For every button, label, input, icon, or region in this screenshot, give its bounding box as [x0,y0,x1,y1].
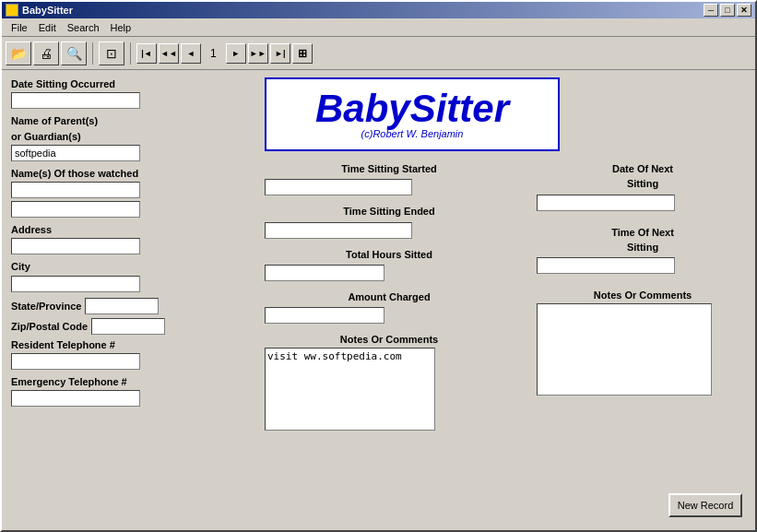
address-group: Address [11,223,255,254]
time-started-label: Time Sitting Started [265,162,514,175]
date-next-group: Date Of Next Sitting [537,162,749,211]
nav-prev-all-icon: ◄◄ [160,49,177,58]
city-label: City [11,260,255,273]
logo-text: BabySitter [315,89,509,128]
amount-charged-label: Amount Charged [265,290,514,303]
nav-goto-button[interactable]: ⊞ [292,43,313,64]
time-next-group: Time Of Next Sitting [537,226,749,275]
watched-group: Name(s) Of those watched [11,167,255,218]
new-record-button[interactable]: New Record [668,493,742,517]
state-group: State/Province [11,298,255,314]
resident-tel-group: Resident Telephone # [11,338,255,370]
notes-center-label: Notes Or Comments [265,333,514,346]
app-icon [6,4,18,17]
date-next-input[interactable] [537,195,675,211]
menu-edit[interactable]: Edit [33,20,62,35]
time-started-input[interactable] [265,179,412,195]
time-next-label: Time Of Next [537,226,749,239]
middle-column: Time Sitting Started Time Sitting Ended … [265,162,514,438]
nav-prev-button[interactable]: ◄ [181,43,201,64]
date-sitting-group: Date Sitting Occurred [11,77,255,109]
notes-right-textarea[interactable] [537,303,712,396]
window-title: BabySitter [22,5,73,16]
toolbar-separator-2 [130,42,131,65]
title-bar-controls: ─ □ ✕ [704,4,751,17]
zip-label: Zip/Postal Code [11,320,88,333]
nav-last-button[interactable]: ►| [270,43,290,64]
nav-first-button[interactable]: |◄ [136,43,157,64]
left-column: Date Sitting Occurred Name of Parent(s) … [11,77,255,412]
toolbar: 📂 🖨 🔍 ⊡ |◄ ◄◄ ◄ 1 ► ►► ►| [2,37,755,70]
print-icon: 🖨 [40,46,53,61]
nav-last-icon: ►| [275,49,285,58]
close-button[interactable]: ✕ [737,4,751,17]
menu-file[interactable]: File [6,20,33,35]
time-started-group: Time Sitting Started [265,162,514,195]
total-hours-group: Total Hours Sitted [265,248,514,281]
parent-name-label: Name of Parent(s) [11,114,255,127]
title-bar-text: BabySitter [6,4,73,17]
nav-prev-icon: ◄ [187,49,195,58]
parent-name-input[interactable] [11,145,140,161]
state-input[interactable] [85,298,159,314]
menu-search[interactable]: Search [62,20,105,35]
nav-next-icon: ► [231,49,240,58]
time-ended-group: Time Sitting Ended [265,205,514,238]
amount-charged-group: Amount Charged [265,290,514,324]
emergency-tel-label: Emergency Telephone # [11,375,255,388]
address-label: Address [11,223,255,236]
logo-credit: (c)Robert W. Benjamin [361,128,464,139]
window-button[interactable]: ⊡ [99,41,124,65]
date-next-label2: Sitting [537,177,749,190]
notes-right-group: Notes Or Comments [537,289,749,397]
date-next-label: Date Of Next [537,162,749,175]
logo-box: BabySitter (c)Robert W. Benjamin [265,77,560,151]
content-area: BabySitter (c)Robert W. Benjamin Date Si… [2,70,755,530]
find-icon: 🔍 [66,46,82,61]
menu-bar: File Edit Search Help [2,18,755,37]
time-ended-input[interactable] [265,222,412,239]
right-column: Date Of Next Sitting Time Of Next Sittin… [537,162,749,403]
time-next-input[interactable] [537,257,675,274]
city-input[interactable] [11,276,140,292]
parent-name-label2: or Guardian(s) [11,130,255,143]
total-hours-input[interactable] [265,265,384,281]
main-window: BabySitter ─ □ ✕ File Edit Search Help 📂… [0,0,757,532]
emergency-tel-group: Emergency Telephone # [11,375,255,407]
minimize-button[interactable]: ─ [704,4,718,17]
time-next-label2: Sitting [537,241,749,254]
state-label: State/Province [11,300,81,313]
notes-center-textarea[interactable]: visit ww.softpedia.com [265,348,435,431]
nav-next-all-icon: ►► [250,49,266,58]
nav-prev-all-button[interactable]: ◄◄ [159,43,179,64]
window-icon: ⊡ [106,46,117,61]
nav-goto-icon: ⊞ [298,47,307,60]
time-ended-label: Time Sitting Ended [265,205,514,218]
open-icon: 📂 [11,46,27,61]
watched-label: Name(s) Of those watched [11,167,255,180]
toolbar-separator-1 [92,42,93,65]
emergency-tel-input[interactable] [11,390,140,407]
address-input[interactable] [11,238,140,254]
parent-name-group: Name of Parent(s) or Guardian(s) [11,114,255,161]
zip-input[interactable] [91,318,165,335]
title-bar: BabySitter ─ □ ✕ [2,2,755,18]
notes-right-label: Notes Or Comments [537,289,749,301]
city-group: City [11,260,255,291]
resident-tel-input[interactable] [11,353,140,370]
date-sitting-input[interactable] [11,92,140,109]
nav-next-all-button[interactable]: ►► [248,43,268,64]
date-sitting-label: Date Sitting Occurred [11,77,255,90]
watched-input-2[interactable] [11,201,140,218]
menu-help[interactable]: Help [105,20,137,35]
zip-group: Zip/Postal Code [11,318,255,335]
total-hours-label: Total Hours Sitted [265,248,514,261]
nav-next-button[interactable]: ► [226,43,246,64]
page-number: 1 [203,47,224,60]
amount-charged-input[interactable] [265,307,384,324]
find-button[interactable]: 🔍 [61,41,87,65]
watched-input-1[interactable] [11,182,140,198]
open-button[interactable]: 📂 [6,41,31,65]
print-button[interactable]: 🖨 [33,41,59,65]
maximize-button[interactable]: □ [720,4,735,17]
